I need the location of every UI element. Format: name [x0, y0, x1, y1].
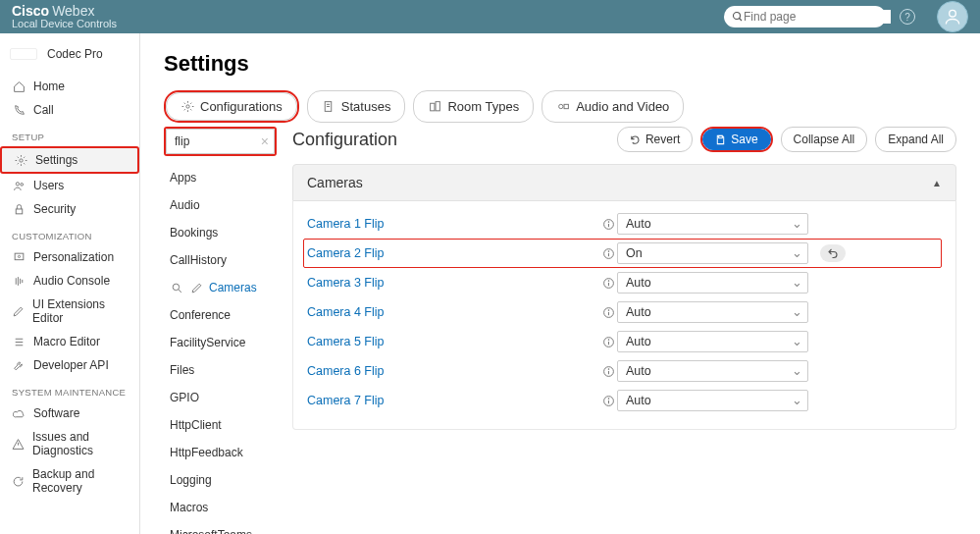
info-icon[interactable]: [599, 277, 617, 290]
category-audio[interactable]: Audio: [164, 191, 277, 219]
main: Settings Configurations Statuses Room Ty…: [140, 33, 980, 534]
category-gpio[interactable]: GPIO: [164, 384, 277, 411]
svg-point-8: [18, 255, 20, 257]
tab-audio-and-video[interactable]: Audio and Video: [542, 90, 684, 123]
category-files[interactable]: Files: [164, 356, 277, 384]
sidebar-item-label: Backup and Recovery: [32, 467, 128, 495]
category-macros[interactable]: Macros: [164, 494, 277, 521]
save-label: Save: [731, 133, 757, 146]
sidebar-item-label: Audio Console: [33, 274, 110, 288]
category-logging[interactable]: Logging: [164, 466, 277, 494]
config-left-column: × Apps Audio Bookings CallHistory Camera…: [164, 127, 277, 534]
search-icon: [170, 281, 183, 294]
category-httpfeedback[interactable]: HttpFeedback: [164, 439, 277, 466]
svg-rect-18: [436, 102, 439, 111]
page-title: Settings: [164, 51, 956, 77]
category-facilityservice[interactable]: FacilityService: [164, 329, 277, 356]
sidebar-item-security[interactable]: Security: [0, 197, 139, 221]
svg-rect-20: [564, 104, 568, 108]
sidebar-item-backup-and-recovery[interactable]: Backup and Recovery: [0, 462, 139, 500]
config-row-select[interactable]: Auto: [617, 360, 808, 382]
config-row-label[interactable]: Camera 6 Flip: [307, 364, 599, 378]
revert-button[interactable]: Revert: [617, 127, 693, 152]
info-icon[interactable]: [599, 336, 617, 348]
info-icon[interactable]: [599, 365, 617, 378]
svg-point-19: [558, 104, 562, 108]
save-button[interactable]: Save: [702, 129, 770, 150]
svg-point-26: [608, 221, 609, 222]
category-apps[interactable]: Apps: [164, 164, 277, 191]
svg-point-5: [20, 183, 23, 186]
sidebar-item-ui-extensions-editor[interactable]: UI Extensions Editor: [0, 293, 139, 330]
svg-point-32: [608, 280, 609, 281]
config-row-label[interactable]: Camera 7 Flip: [307, 394, 599, 407]
tab-label: Room Types: [447, 99, 519, 114]
config-row-select[interactable]: Auto: [617, 301, 808, 323]
cloud-icon: [12, 406, 26, 420]
av-icon: [556, 100, 570, 114]
info-icon[interactable]: [599, 218, 617, 231]
avatar[interactable]: [937, 1, 968, 32]
config-row-select[interactable]: Auto: [617, 331, 808, 352]
category-microsoftteams[interactable]: MicrosoftTeams: [164, 521, 277, 534]
sidebar-item-personalization[interactable]: Personalization: [0, 245, 139, 269]
svg-point-29: [608, 250, 609, 251]
panel-title: Cameras: [307, 175, 363, 190]
clear-filter-icon[interactable]: ×: [261, 134, 269, 149]
sidebar-item-label: Security: [33, 202, 76, 216]
sidebar-item-settings[interactable]: Settings: [0, 146, 139, 174]
category-cameras[interactable]: Cameras: [164, 274, 277, 301]
config-row-label[interactable]: Camera 3 Flip: [307, 276, 599, 290]
config-row-label[interactable]: Camera 1 Flip: [307, 217, 599, 231]
info-icon[interactable]: [599, 395, 617, 407]
filter-box: ×: [164, 127, 277, 156]
collapse-all-button[interactable]: Collapse All: [781, 127, 868, 152]
category-httpclient[interactable]: HttpClient: [164, 411, 277, 439]
svg-point-44: [608, 398, 609, 399]
category-conference[interactable]: Conference: [164, 301, 277, 329]
category-callhistory[interactable]: CallHistory: [164, 246, 277, 274]
filter-input[interactable]: [166, 129, 275, 154]
tab-configurations[interactable]: Configurations: [166, 92, 297, 121]
tab-label: Statuses: [341, 99, 391, 114]
sidebar-group-label: SETUP: [0, 122, 139, 146]
brand-subtitle: Local Device Controls: [12, 19, 117, 29]
category-label: Cameras: [209, 281, 257, 294]
category-label: Audio: [170, 198, 200, 212]
config-row-label[interactable]: Camera 5 Flip: [307, 335, 599, 348]
panel-header[interactable]: Cameras ▲: [292, 164, 956, 201]
tab-room-types[interactable]: Room Types: [413, 90, 534, 123]
config-row-select[interactable]: Auto: [617, 272, 808, 294]
svg-point-41: [608, 368, 609, 369]
gear-icon: [14, 153, 27, 167]
config-row-select[interactable]: Auto: [617, 213, 808, 235]
sidebar-item-users[interactable]: Users: [0, 174, 139, 197]
room-icon: [428, 100, 441, 114]
sidebar-item-home[interactable]: Home: [0, 75, 139, 98]
config-row-select[interactable]: Auto: [617, 390, 808, 411]
sidebar-item-call[interactable]: Call: [0, 98, 139, 122]
info-icon[interactable]: [599, 306, 617, 319]
search-input[interactable]: [744, 10, 891, 24]
tab-statuses[interactable]: Statuses: [307, 90, 406, 123]
sidebar-item-issues-and-diagnostics[interactable]: Issues and Diagnostics: [0, 425, 139, 462]
config-row-select[interactable]: On: [617, 242, 808, 264]
doc-icon: [322, 100, 335, 114]
expand-all-button[interactable]: Expand All: [875, 127, 956, 152]
info-icon[interactable]: [599, 247, 617, 260]
sidebar-item-developer-api[interactable]: Developer API: [0, 353, 139, 377]
sidebar-item-audio-console[interactable]: Audio Console: [0, 269, 139, 293]
config-row: Camera 5 Flip Auto: [307, 327, 942, 356]
search-box[interactable]: [724, 6, 886, 27]
sidebar-item-software[interactable]: Software: [0, 401, 139, 425]
undo-icon[interactable]: [820, 244, 846, 262]
help-icon[interactable]: ?: [900, 9, 915, 25]
revert-label: Revert: [645, 133, 680, 146]
config-row-label[interactable]: Camera 2 Flip: [307, 246, 599, 260]
svg-rect-6: [16, 208, 23, 213]
config-row-label[interactable]: Camera 4 Flip: [307, 305, 599, 319]
category-label: Files: [170, 363, 194, 377]
home-icon: [12, 80, 26, 93]
category-bookings[interactable]: Bookings: [164, 219, 277, 246]
sidebar-item-macro-editor[interactable]: Macro Editor: [0, 330, 139, 353]
